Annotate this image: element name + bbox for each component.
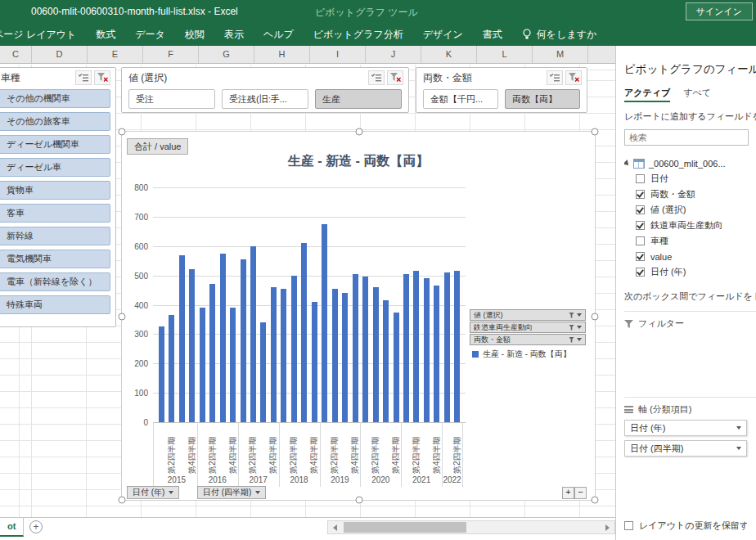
bar[interactable] [220, 254, 226, 422]
bar[interactable] [403, 274, 409, 422]
ribbon-tab[interactable]: ヘルプ [254, 23, 304, 46]
field-checkbox[interactable] [636, 236, 645, 245]
ribbon-tab[interactable]: データ [125, 23, 175, 46]
column-header[interactable]: C [0, 46, 32, 63]
ribbon-tab[interactable]: 書式 [473, 23, 512, 46]
filter-drop-zone[interactable] [624, 330, 756, 389]
bar[interactable] [159, 326, 164, 422]
chart-title[interactable]: 生産 - 新造 - 両数【両】 [122, 153, 595, 170]
field-search-input[interactable] [624, 129, 749, 146]
slicer-item[interactable]: 新幹線 [0, 227, 110, 245]
bar[interactable] [291, 276, 297, 422]
slicer-item[interactable]: その他の機関車 [0, 89, 110, 108]
scrollbar-track[interactable] [342, 521, 601, 533]
sheet-tab[interactable]: ot [0, 518, 24, 537]
scrollbar-thumb[interactable] [344, 522, 466, 533]
axis-field-button[interactable]: 日付 (四半期) [197, 486, 266, 499]
bar[interactable] [332, 289, 338, 422]
selection-handle[interactable] [119, 128, 126, 136]
bar[interactable] [301, 243, 307, 422]
bar[interactable] [322, 224, 327, 422]
column-header[interactable]: J [366, 46, 421, 63]
field-row[interactable]: 車種 [636, 236, 756, 246]
chart-field-button[interactable]: 値 (選択) [470, 309, 586, 321]
bar[interactable] [383, 300, 389, 422]
add-sheet-button[interactable]: + [29, 520, 43, 533]
selection-handle[interactable] [119, 313, 126, 321]
field-checkbox[interactable] [636, 174, 645, 183]
defer-layout-row[interactable]: レイアウトの更新を保留する [624, 520, 747, 532]
slicer-item[interactable]: 電車（新幹線を除く） [0, 272, 110, 291]
field-row[interactable]: 両数・金額 [636, 189, 756, 200]
bar[interactable] [179, 255, 185, 423]
bar[interactable] [353, 274, 358, 422]
selection-handle[interactable] [356, 128, 363, 136]
bar[interactable] [413, 271, 419, 422]
slicer-item[interactable]: ディーゼル車 [0, 158, 110, 177]
column-header[interactable]: K [421, 46, 477, 63]
multi-select-icon[interactable] [75, 70, 92, 85]
selection-handle[interactable] [592, 128, 599, 136]
ribbon-tab[interactable]: 数式 [86, 23, 125, 46]
collapse-field-button[interactable]: − [574, 487, 587, 499]
horizontal-scrollbar[interactable] [327, 520, 615, 534]
bar[interactable] [434, 286, 439, 422]
bar[interactable] [230, 308, 236, 422]
slicer-item[interactable]: 電気機関車 [0, 250, 110, 268]
scroll-right-button[interactable] [601, 521, 614, 533]
expand-field-button[interactable]: + [562, 487, 574, 499]
multi-select-icon[interactable] [547, 70, 563, 85]
ribbon-tab[interactable]: 表示 [214, 23, 254, 46]
clear-filter-icon[interactable] [565, 70, 582, 85]
bar[interactable] [454, 271, 460, 422]
slicer-item[interactable]: 特殊車両 [0, 295, 110, 314]
bar[interactable] [394, 313, 399, 423]
axis-field-chip[interactable]: 日付 (年) [624, 420, 747, 436]
bar[interactable] [260, 322, 266, 422]
scroll-left-button[interactable] [328, 521, 342, 533]
tab-all-fields[interactable]: すべて [683, 87, 711, 102]
column-header[interactable]: G [199, 46, 254, 63]
slicer-item[interactable]: 貨物車 [0, 181, 110, 200]
column-header[interactable]: I [310, 46, 366, 63]
bar[interactable] [424, 278, 430, 422]
selection-handle[interactable] [356, 497, 363, 504]
column-header[interactable]: L [477, 46, 533, 63]
column-header[interactable]: H [254, 46, 310, 63]
clear-filter-icon[interactable] [94, 70, 110, 85]
slicer-item[interactable]: その他の旅客車 [0, 112, 110, 131]
values-field-button[interactable]: 合計 / value [127, 138, 188, 155]
field-row[interactable]: 日付 (年) [636, 267, 756, 277]
slicer-item[interactable]: 両数【両】 [505, 89, 580, 109]
axis-field-chip[interactable]: 日付 (四半期) [624, 440, 747, 457]
bar[interactable] [362, 277, 368, 422]
column-header[interactable]: D [32, 46, 88, 63]
bar[interactable] [444, 272, 450, 422]
field-checkbox[interactable] [636, 252, 645, 261]
field-row[interactable]: 値 (選択) [636, 205, 756, 215]
slicer-item[interactable]: 受注 [128, 89, 215, 109]
column-header[interactable]: F [143, 46, 199, 63]
selection-handle[interactable] [592, 313, 599, 321]
bar[interactable] [281, 289, 286, 422]
tab-active-fields[interactable]: アクティブ [624, 87, 670, 102]
sign-in-button[interactable]: サインイン [686, 2, 753, 20]
slicer-item[interactable]: 金額【千円... [423, 89, 498, 109]
chart-field-button[interactable]: 両数・金額 [470, 334, 586, 345]
column-header[interactable]: M [533, 46, 588, 63]
field-checkbox[interactable] [636, 268, 645, 277]
field-row[interactable]: 鉄道車両生産動向 [636, 220, 756, 231]
ribbon-tab[interactable]: ページ レイアウト [0, 23, 86, 46]
ribbon-tab[interactable]: ピボットグラフ分析 [304, 23, 413, 46]
slicer-item[interactable]: 受注残(旧:手... [222, 89, 308, 109]
slicer-item[interactable]: 生産 [315, 89, 402, 109]
multi-select-icon[interactable] [368, 70, 385, 85]
tell-me-box[interactable]: 何をしますか [512, 28, 606, 42]
selection-handle[interactable] [119, 497, 126, 504]
table-node[interactable]: _00600_mlit_006... [624, 159, 756, 169]
bar[interactable] [342, 293, 348, 422]
bar[interactable] [189, 269, 195, 422]
defer-layout-checkbox[interactable] [624, 521, 633, 530]
pivot-chart[interactable]: 合計 / value 生産 - 新造 - 両数【両】 0100200300400… [121, 131, 596, 501]
selection-handle[interactable] [592, 497, 599, 504]
